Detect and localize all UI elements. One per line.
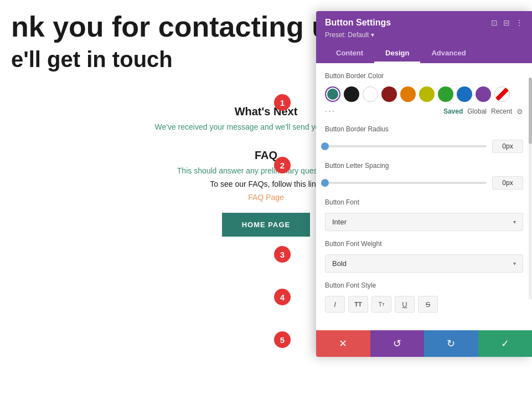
expand-icon[interactable]: ⊡ (491, 18, 498, 27)
border-radius-thumb[interactable] (321, 142, 329, 150)
swatch-teal[interactable] (325, 86, 340, 102)
cancel-button[interactable]: ✕ (316, 330, 370, 357)
panel-tabs: Content Design Advanced (325, 44, 523, 63)
tab-content[interactable]: Content (325, 44, 374, 63)
preset-label: Preset: Default (325, 31, 369, 39)
undo-button[interactable]: ↺ (370, 330, 425, 357)
border-radius-value[interactable]: 0px (492, 140, 523, 153)
tab-advanced[interactable]: Advanced (420, 44, 477, 63)
uppercase-button[interactable]: TT (348, 296, 368, 313)
swatch-dark-red[interactable] (381, 86, 397, 102)
font-label: Button Font (325, 198, 523, 206)
underline-button[interactable]: U (395, 296, 415, 313)
swatch-striped[interactable] (494, 86, 510, 102)
columns-icon[interactable]: ⊟ (503, 18, 510, 27)
swatch-blue[interactable] (457, 86, 472, 102)
font-style-buttons: I TT Tт U S (325, 296, 523, 313)
tab-design[interactable]: Design (374, 44, 420, 63)
font-weight-dropdown-value: Bold (332, 259, 347, 268)
font-weight-dropdown[interactable]: Bold ▾ (325, 254, 523, 273)
swatches-row2: ··· Saved Global Recent ⚙ (325, 106, 523, 116)
swatch-purple[interactable] (476, 86, 491, 102)
color-tab-saved[interactable]: Saved (443, 108, 463, 115)
color-settings-gear-icon[interactable]: ⚙ (516, 108, 523, 116)
font-style-section: Button Font Style I TT Tт U S (325, 282, 523, 313)
border-radius-section: Button Border Radius 0px (325, 125, 523, 153)
letter-spacing-track[interactable] (325, 182, 487, 184)
color-tab-global[interactable]: Global (467, 108, 487, 115)
save-button[interactable]: ✓ (478, 330, 533, 357)
font-dropdown[interactable]: Inter ▾ (325, 213, 523, 231)
font-section: Button Font Inter ▾ (325, 198, 523, 231)
step-5-indicator: 5 (274, 331, 291, 348)
strikethrough-button[interactable]: S (418, 296, 438, 313)
font-dropdown-value: Inter (332, 218, 347, 226)
font-weight-dropdown-arrow-icon: ▾ (513, 260, 516, 267)
swatch-orange[interactable] (400, 86, 416, 102)
home-page-button[interactable]: HOME PAGE (222, 213, 311, 237)
font-dropdown-arrow-icon: ▾ (513, 219, 516, 225)
swatch-white[interactable] (363, 86, 378, 102)
letter-spacing-label: Button Letter Spacing (325, 162, 523, 170)
button-settings-panel: Button Settings ⊡ ⊟ ⋮ Preset: Default ▾ … (316, 11, 532, 357)
swatch-yellow[interactable] (419, 86, 435, 102)
page-title-line2: e'll get in touch (0, 47, 173, 72)
panel-header: Button Settings ⊡ ⊟ ⋮ Preset: Default ▾ … (316, 11, 532, 63)
panel-title: Button Settings (325, 18, 391, 28)
more-options-icon[interactable]: ⋮ (515, 18, 523, 27)
page-title-line1: nk you for contacting us (0, 11, 345, 43)
panel-scrollbar[interactable] (529, 78, 532, 299)
letter-spacing-thumb[interactable] (321, 179, 329, 187)
letter-spacing-section: Button Letter Spacing 0px (325, 162, 523, 190)
panel-header-top: Button Settings ⊡ ⊟ ⋮ (325, 18, 523, 28)
font-weight-section: Button Font Weight Bold ▾ (325, 240, 523, 273)
step-4-indicator: 4 (274, 289, 291, 305)
italic-button[interactable]: I (325, 296, 345, 313)
step-1-indicator: 1 (274, 94, 291, 111)
letter-spacing-slider-row: 0px (325, 176, 523, 190)
action-bar: ✕ ↺ ↻ ✓ (316, 330, 532, 357)
panel-body: Button Border Color ··· Saved Global Rec… (316, 63, 532, 330)
color-filter-tabs: Saved Global Recent ⚙ (443, 108, 523, 116)
capitalize-button[interactable]: Tт (371, 296, 391, 313)
border-color-label: Button Border Color (325, 72, 523, 80)
panel-header-icons: ⊡ ⊟ ⋮ (491, 18, 523, 27)
swatch-black[interactable] (344, 86, 359, 102)
border-radius-track[interactable] (325, 145, 487, 147)
border-radius-slider-row: 0px (325, 140, 523, 153)
font-style-label: Button Font Style (325, 282, 523, 289)
swatch-green[interactable] (438, 86, 453, 102)
step-3-indicator: 3 (274, 246, 291, 263)
color-tab-recent[interactable]: Recent (491, 108, 512, 115)
border-radius-label: Button Border Radius (325, 125, 523, 133)
panel-preset[interactable]: Preset: Default ▾ (325, 31, 523, 39)
redo-button[interactable]: ↻ (424, 330, 478, 357)
font-weight-label: Button Font Weight (325, 240, 523, 248)
panel-scrollbar-thumb[interactable] (529, 78, 532, 144)
step-2-indicator: 2 (274, 157, 291, 173)
more-swatches-button[interactable]: ··· (325, 106, 335, 116)
letter-spacing-value[interactable]: 0px (492, 176, 523, 190)
preset-chevron-icon: ▾ (371, 31, 374, 39)
color-swatches (325, 86, 523, 102)
